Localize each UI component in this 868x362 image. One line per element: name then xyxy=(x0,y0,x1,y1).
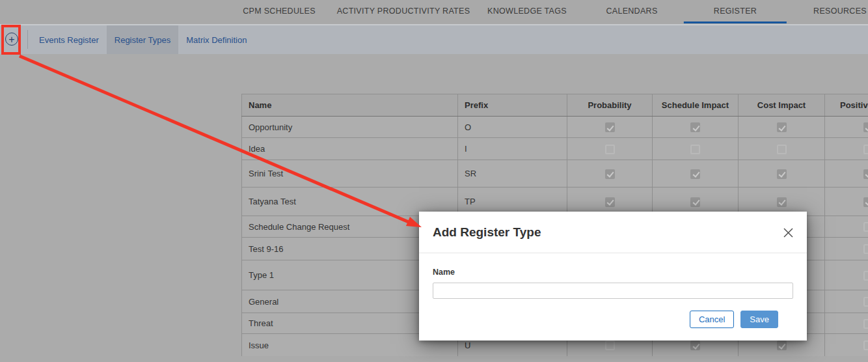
checkbox-probability[interactable] xyxy=(605,145,615,154)
add-register-type-modal: Add Register Type Name Cancel Save xyxy=(419,212,807,341)
checkbox-schedule_impact[interactable] xyxy=(690,197,700,207)
modal-footer: Cancel Save xyxy=(433,299,793,328)
column-header-cost-impact: Cost Impact xyxy=(739,94,825,117)
checkbox-cost_impact[interactable] xyxy=(777,122,787,132)
subnav-items: Events RegisterRegister TypesMatrix Defi… xyxy=(34,25,252,54)
checkbox-probability[interactable] xyxy=(605,122,615,132)
cell-name: Idea xyxy=(242,138,458,160)
checkbox-positive[interactable] xyxy=(863,222,868,232)
cell-positive xyxy=(825,290,868,313)
checkbox-probability[interactable] xyxy=(605,169,615,179)
cell-name: Srini Test xyxy=(242,160,458,188)
cell-prefix: I xyxy=(458,138,567,160)
table-row[interactable]: Srini TestSR xyxy=(242,160,868,188)
cell-positive xyxy=(825,260,868,290)
subnav-item-register-types[interactable]: Register Types xyxy=(107,25,178,54)
checkbox-positive[interactable] xyxy=(863,197,868,207)
cell-positive xyxy=(825,117,868,138)
cell-schedule_impact xyxy=(653,138,739,160)
checkbox-positive[interactable] xyxy=(863,244,868,254)
checkbox-schedule_impact[interactable] xyxy=(690,169,700,179)
subnav-divider xyxy=(27,30,28,49)
column-header-prefix: Prefix xyxy=(458,94,567,117)
column-header-probability: Probability xyxy=(567,94,653,117)
app-screen: CPM SCHEDULESACTIVITY PRODUCTIVITY RATES… xyxy=(0,0,868,362)
column-header-positive: Positive xyxy=(825,94,868,117)
plus-circle-icon: + xyxy=(5,33,18,46)
cell-probability xyxy=(567,160,653,188)
checkbox-positive[interactable] xyxy=(863,122,868,132)
top-nav: CPM SCHEDULESACTIVITY PRODUCTIVITY RATES… xyxy=(0,0,868,24)
cell-probability xyxy=(567,138,653,160)
subnav-item-matrix-definition[interactable]: Matrix Definition xyxy=(181,25,252,54)
cell-positive xyxy=(825,138,868,160)
checkbox-schedule_impact[interactable] xyxy=(690,145,700,154)
checkbox-cost_impact[interactable] xyxy=(777,169,787,179)
column-header-name: Name xyxy=(242,94,458,117)
checkbox-positive[interactable] xyxy=(863,297,868,307)
cell-prefix: SR xyxy=(458,160,567,188)
checkbox-positive[interactable] xyxy=(863,319,868,329)
checkbox-probability[interactable] xyxy=(605,341,615,350)
add-register-type-button[interactable]: + xyxy=(4,29,20,49)
checkbox-positive[interactable] xyxy=(863,341,868,350)
cell-cost_impact xyxy=(739,117,825,138)
checkbox-probability[interactable] xyxy=(605,197,615,207)
cell-schedule_impact xyxy=(653,117,739,138)
cell-probability xyxy=(567,117,653,138)
table-row[interactable]: OpportunityO xyxy=(242,117,868,138)
checkbox-positive[interactable] xyxy=(863,169,868,179)
cell-prefix: O xyxy=(458,117,567,138)
modal-title: Add Register Type xyxy=(433,225,541,239)
tab-register[interactable]: REGISTER xyxy=(714,0,757,24)
cell-positive xyxy=(825,160,868,188)
cell-positive xyxy=(825,313,868,334)
sub-nav: + Events RegisterRegister TypesMatrix De… xyxy=(0,24,868,54)
table-row[interactable]: IdeaI xyxy=(242,138,868,160)
tab-knowledge-tags[interactable]: KNOWLEDGE TAGS xyxy=(487,0,567,24)
cell-positive xyxy=(825,188,868,216)
cell-schedule_impact xyxy=(653,160,739,188)
cell-cost_impact xyxy=(739,138,825,160)
tab-calendars[interactable]: CALENDARS xyxy=(606,0,657,24)
tab-resources[interactable]: RESOURCES xyxy=(813,0,867,24)
checkbox-positive[interactable] xyxy=(863,145,868,154)
checkbox-cost_impact[interactable] xyxy=(777,341,787,350)
cancel-button[interactable]: Cancel xyxy=(690,311,734,328)
cell-positive xyxy=(825,334,868,357)
save-button[interactable]: Save xyxy=(740,311,778,328)
close-button[interactable] xyxy=(781,226,795,240)
column-header-schedule-impact: Schedule Impact xyxy=(653,94,739,117)
cell-positive xyxy=(825,216,868,238)
tab-cpm-schedules[interactable]: CPM SCHEDULES xyxy=(243,0,316,24)
modal-body: Name Cancel Save xyxy=(419,253,807,328)
checkbox-schedule_impact[interactable] xyxy=(690,341,700,350)
cell-cost_impact xyxy=(739,160,825,188)
modal-header: Add Register Type xyxy=(419,212,807,253)
checkbox-cost_impact[interactable] xyxy=(777,145,787,154)
checkbox-schedule_impact[interactable] xyxy=(690,122,700,132)
cell-name: Opportunity xyxy=(242,117,458,138)
subnav-item-events-register[interactable]: Events Register xyxy=(34,25,104,54)
tab-activity-productivity-rates[interactable]: ACTIVITY PRODUCTIVITY RATES xyxy=(337,0,470,24)
name-field-label: Name xyxy=(433,268,793,277)
cell-positive xyxy=(825,238,868,260)
checkbox-positive[interactable] xyxy=(863,271,868,281)
name-input[interactable] xyxy=(433,283,793,299)
x-icon xyxy=(783,227,794,238)
checkbox-cost_impact[interactable] xyxy=(777,197,787,207)
